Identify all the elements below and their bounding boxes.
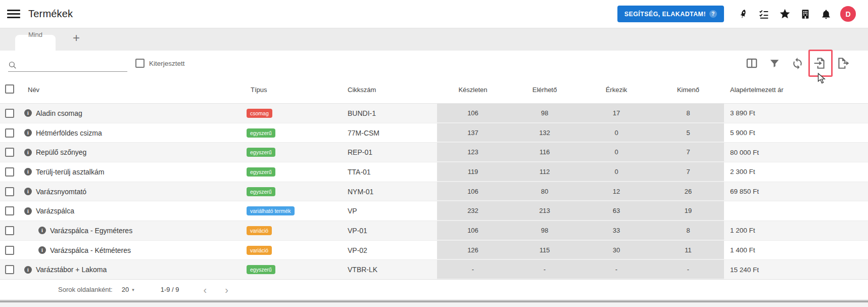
export-icon[interactable] [836,56,850,70]
table-row[interactable]: iHétmérföldes csizmaegyszerű77M-CSM13713… [0,123,868,143]
info-icon[interactable]: i [24,207,32,215]
stock-arriving: 0 [581,123,652,143]
product-name-cell[interactable]: iVarázspálca - Egyméteres [22,221,243,240]
column-header-outgoing[interactable]: Kimenő [652,86,724,94]
product-name-cell[interactable]: iVarázstábor + Lakoma [22,260,243,279]
table-row[interactable]: iVarázstábor + LakomaegyszerűVTBR-LK----… [0,260,868,279]
product-sku: VP [339,201,437,221]
info-icon[interactable]: i [24,266,32,274]
product-name-cell[interactable]: iAladin csomag [22,104,243,123]
info-icon[interactable]: i [38,246,46,254]
product-price: 69 850 Ft [724,182,868,201]
product-name-cell[interactable]: iVarázspálca - Kétméteres [22,241,243,260]
help-button[interactable]: SEGÍTSÉG, ELAKADTAM! ? [617,6,724,22]
import-icon[interactable] [813,56,827,70]
row-checkbox[interactable] [5,148,14,157]
columns-icon[interactable] [745,56,759,70]
product-price [724,201,868,221]
row-checkbox[interactable] [5,226,14,235]
product-price: 1 400 Ft [724,241,868,260]
stock-available: 80 [509,182,581,201]
avatar[interactable]: D [840,6,856,22]
search-box [8,55,127,72]
menu-icon[interactable] [7,8,20,20]
column-header-type[interactable]: Típus [243,86,339,94]
column-header-in-stock[interactable]: Készleten [437,86,509,94]
product-type-cell: egyszerű [243,260,339,279]
product-name-cell[interactable]: iVarázsnyomtató [22,182,243,201]
checklist-icon[interactable] [757,8,770,21]
stock-outgoing: - [652,260,724,279]
table-row[interactable]: iVarázspálca - EgyméteresvariációVP-0110… [0,221,868,241]
expanded-checkbox-row[interactable]: Kiterjesztett [135,59,185,68]
info-icon[interactable]: i [24,109,32,117]
row-checkbox-cell [0,182,22,201]
product-name: Repülő szőnyeg [36,148,86,156]
info-icon[interactable]: i [24,149,32,156]
table-row[interactable]: iVarázspálca - KétméteresvariációVP-0212… [0,241,868,260]
column-header-price[interactable]: Alapértelmezett ár [724,86,868,94]
rows-per-page-value: 20 [122,286,129,293]
product-name-cell[interactable]: iTerülj-terülj asztalkám [22,162,243,182]
product-name-cell[interactable]: iVarázspálca [22,201,243,221]
type-badge: variálható termék [247,206,295,215]
row-checkbox[interactable] [5,128,14,138]
product-type-cell: variáció [243,241,339,260]
column-header-available[interactable]: Elérhető [509,86,581,94]
column-header-name[interactable]: Név [22,86,243,94]
stock-arriving: 33 [581,221,652,240]
search-input[interactable] [21,61,127,69]
product-price: 5 900 Ft [724,123,868,143]
pagination-range: 1-9 / 9 [161,286,179,293]
info-icon[interactable]: i [24,168,32,176]
rows-per-page-select[interactable]: 20 ▾ [122,286,134,293]
expanded-checkbox[interactable] [135,59,144,68]
info-icon[interactable]: i [24,188,32,195]
rocket-icon[interactable] [737,8,750,21]
row-checkbox[interactable] [5,246,14,255]
building-icon[interactable] [799,8,812,21]
table-row[interactable]: iAladin csomagcsomagBUNDI-1106981783 890… [0,104,868,123]
app-header: Termékek SEGÍTSÉG, ELAKADTAM! ? D [0,0,868,28]
table-row[interactable]: iTerülj-terülj asztalkámegyszerűTTA-0111… [0,162,868,182]
product-type-cell: csomag [243,104,339,123]
product-name-cell[interactable]: iRepülő szőnyeg [22,143,243,162]
row-checkbox[interactable] [5,265,14,274]
product-name-cell[interactable]: iHétmérföldes csizma [22,123,243,143]
info-icon[interactable]: i [24,129,32,137]
row-checkbox[interactable] [5,167,14,177]
stock-available: 132 [509,123,581,143]
add-tab-button[interactable]: + [69,30,84,46]
table-row[interactable]: iVarázspálcavariálható termékVP232213631… [0,201,868,221]
select-all-checkbox[interactable] [5,84,14,94]
filter-icon[interactable] [767,56,782,70]
row-checkbox[interactable] [5,187,14,196]
filter-bar: Kiterjesztett [0,51,868,76]
product-sku: TTA-01 [339,162,437,182]
product-name: Varázspálca - Kétméteres [50,246,131,254]
product-name: Varázspálca - Egyméteres [50,227,132,235]
product-type-cell: variáció [243,221,339,240]
type-badge: egyszerű [247,148,275,157]
star-icon[interactable] [778,8,791,21]
row-checkbox[interactable] [5,206,14,215]
stock-in-stock: 106 [437,104,509,123]
column-header-arriving[interactable]: Érkezik [581,86,652,94]
row-checkbox[interactable] [5,109,14,118]
previous-page-button[interactable]: ‹ [204,285,207,295]
product-name: Varázstábor + Lakoma [36,266,107,274]
column-header-sku[interactable]: Cikkszám [339,86,437,94]
next-page-button[interactable]: › [225,285,228,295]
question-icon: ? [709,10,717,18]
stock-outgoing: 11 [652,241,724,260]
refresh-icon[interactable] [790,56,804,70]
info-icon[interactable]: i [38,227,46,234]
type-badge: csomag [247,109,272,118]
bell-icon[interactable] [819,8,833,21]
bottom-strip [0,299,868,307]
row-checkbox-cell [0,201,22,221]
table-header: Név Típus Cikkszám Készleten Elérhető Ér… [0,76,868,104]
table-row[interactable]: iRepülő szőnyegegyszerűREP-011231160780 … [0,143,868,162]
tab-mind[interactable]: Mind [15,35,56,51]
table-row[interactable]: iVarázsnyomtatóegyszerűNYM-0110680122669… [0,182,868,202]
